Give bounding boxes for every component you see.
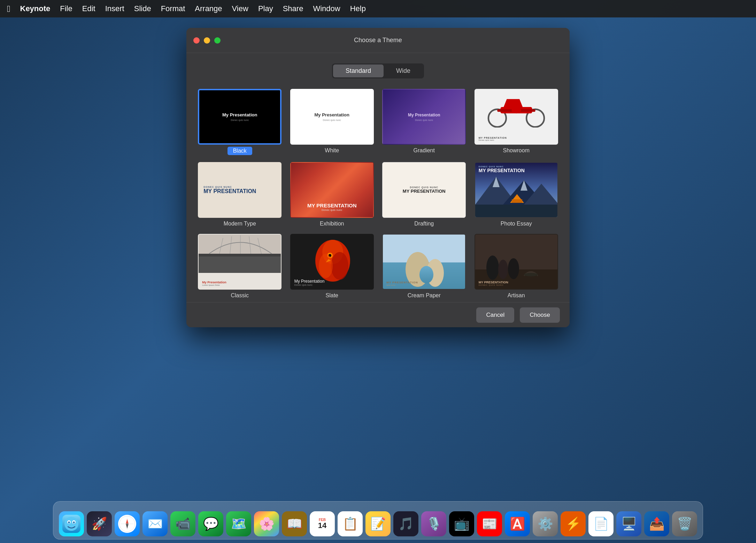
svg-point-30 xyxy=(319,254,333,278)
theme-creampaper-thumb: MY PRESENTATION quis nunc xyxy=(382,234,466,290)
theme-photoessay-label: Photo Essay xyxy=(501,221,532,227)
dock-podcasts[interactable]: 🎙️ xyxy=(421,511,446,536)
menu-format[interactable]: Format xyxy=(161,4,185,13)
theme-slate-label: Slate xyxy=(326,292,338,299)
theme-gradient-thumb: My Presentation Donec quis nunc xyxy=(382,89,466,145)
menu-slide[interactable]: Slide xyxy=(134,4,151,13)
dock-appletv[interactable]: 📺 xyxy=(449,511,474,536)
dialog-title: Choose a Theme xyxy=(354,37,402,44)
theme-moderntype-thumb: DONEC QUIS NUNC MY PRESENTATION xyxy=(198,162,281,218)
dock-reeder[interactable]: ⚡ xyxy=(561,511,586,536)
menubar:  Keynote File Edit Insert Slide Format … xyxy=(0,0,756,17)
svg-point-6 xyxy=(511,107,521,113)
svg-point-39 xyxy=(498,260,508,279)
dock-trash[interactable]: 🗑️ xyxy=(672,511,697,536)
theme-showroom[interactable]: MY PRESENTATION Donec quis nunc Showroom xyxy=(473,89,560,155)
standard-button[interactable]: Standard xyxy=(333,64,384,77)
wide-button[interactable]: Wide xyxy=(384,64,423,77)
dock-appstore[interactable]: 🅰️ xyxy=(505,511,530,536)
menu-share[interactable]: Share xyxy=(283,4,303,13)
theme-creampaper-label: Cream Paper xyxy=(408,292,441,299)
apple-menu[interactable]:  xyxy=(7,3,10,14)
svg-point-47 xyxy=(73,521,75,523)
menu-view[interactable]: View xyxy=(232,4,248,13)
theme-exhibition-label: Exhibition xyxy=(320,221,344,227)
theme-black-thumb: My Presentation Donec quis nunc xyxy=(198,89,281,145)
theme-white-thumb: My Presentation Donec quis nunc xyxy=(290,89,374,145)
theme-black-badge: Black xyxy=(227,147,252,155)
themes-area: My Presentation Donec quis nunc Black My… xyxy=(186,82,570,302)
svg-point-29 xyxy=(331,252,348,280)
theme-artisan-thumb: MY PRESENTATION DONEC QUIS NUNC xyxy=(475,234,558,290)
dock-noteshelf[interactable]: 📖 xyxy=(282,511,307,536)
theme-drafting-thumb: DONEC QUIS NUNC MY PRESENTATION xyxy=(382,162,466,218)
dock-textedit[interactable]: 📄 xyxy=(588,511,614,536)
svg-rect-15 xyxy=(475,205,558,218)
theme-photoessay[interactable]: DONEC QUIS NUNC MY PRESENTATION Photo Es… xyxy=(473,162,560,227)
theme-moderntype[interactable]: DONEC QUIS NUNC MY PRESENTATION Modern T… xyxy=(197,162,283,227)
menu-insert[interactable]: Insert xyxy=(105,4,124,13)
theme-gradient[interactable]: My Presentation Donec quis nunc Gradient xyxy=(381,89,467,155)
theme-gradient-label: Gradient xyxy=(414,147,435,154)
svg-rect-17 xyxy=(199,255,281,273)
dock-news[interactable]: 📰 xyxy=(477,511,502,536)
theme-creampaper[interactable]: MY PRESENTATION quis nunc Cream Paper xyxy=(381,234,467,299)
theme-exhibition[interactable]: MY PRESENTATION Donec quis nunc Exhibiti… xyxy=(289,162,375,227)
menu-window[interactable]: Window xyxy=(313,4,340,13)
dock-launchpad[interactable]: 🚀 xyxy=(87,511,112,536)
dock-keynote[interactable]: 🖥️ xyxy=(616,511,641,536)
dock-stickies[interactable]: 📝 xyxy=(365,511,391,536)
dock: 🚀 ✉️ 📹 💬 🗺️ 🌸 📖 FEB 14 📋 📝 🎵 🎙️ 📺 📰 🅰️ ⚙… xyxy=(53,501,703,540)
menu-help[interactable]: Help xyxy=(350,4,366,13)
menu-edit[interactable]: Edit xyxy=(82,4,95,13)
dock-messages[interactable]: 💬 xyxy=(198,511,223,536)
theme-black[interactable]: My Presentation Donec quis nunc Black xyxy=(197,89,283,155)
choose-theme-dialog: Choose a Theme Standard Wide My Presenta… xyxy=(186,28,570,327)
theme-slate[interactable]: My Presentation Donec quis nunc Slate xyxy=(289,234,375,299)
svg-point-43 xyxy=(64,517,78,531)
svg-point-38 xyxy=(486,255,499,280)
dock-facetime[interactable]: 📹 xyxy=(170,511,195,536)
dock-safari[interactable] xyxy=(115,511,140,536)
theme-artisan[interactable]: MY PRESENTATION DONEC QUIS NUNC Artisan xyxy=(473,234,560,299)
fullscreen-button[interactable] xyxy=(214,37,221,44)
dock-finder[interactable] xyxy=(59,511,84,536)
theme-white-label: White xyxy=(325,147,339,154)
svg-point-40 xyxy=(508,258,519,279)
menu-play[interactable]: Play xyxy=(258,4,273,13)
dock-music[interactable]: 🎵 xyxy=(393,511,418,536)
menu-keynote[interactable]: Keynote xyxy=(20,4,51,13)
close-button[interactable] xyxy=(193,37,200,44)
svg-point-46 xyxy=(68,521,70,523)
dock-reminders[interactable]: 📋 xyxy=(338,511,363,536)
minimize-button[interactable] xyxy=(204,37,210,44)
theme-white[interactable]: My Presentation Donec quis nunc White xyxy=(289,89,375,155)
theme-photoessay-thumb: DONEC QUIS NUNC MY PRESENTATION xyxy=(475,162,558,218)
theme-classic[interactable]: My Presentation Lorem Ipsum Dolor Classi… xyxy=(197,234,283,299)
dock-syspref[interactable]: ⚙️ xyxy=(533,511,558,536)
dock-photos[interactable]: 🌸 xyxy=(254,511,279,536)
svg-marker-4 xyxy=(503,99,523,107)
choose-button[interactable]: Choose xyxy=(520,307,560,323)
traffic-lights xyxy=(193,37,221,44)
safari-icon xyxy=(118,515,136,533)
showroom-image xyxy=(475,90,557,128)
dock-mail[interactable]: ✉️ xyxy=(142,511,168,536)
dock-maps[interactable]: 🗺️ xyxy=(226,511,251,536)
theme-classic-thumb: My Presentation Lorem Ipsum Dolor xyxy=(198,234,281,290)
dock-airdrop[interactable]: 📤 xyxy=(644,511,669,536)
theme-drafting[interactable]: DONEC QUIS NUNC MY PRESENTATION Drafting xyxy=(381,162,467,227)
svg-rect-14 xyxy=(512,199,522,203)
themes-grid: My Presentation Donec quis nunc Black My… xyxy=(197,89,559,299)
menu-arrange[interactable]: Arrange xyxy=(195,4,222,13)
svg-point-35 xyxy=(419,266,433,283)
theme-moderntype-label: Modern Type xyxy=(224,221,256,227)
classic-image xyxy=(199,235,281,273)
menu-file[interactable]: File xyxy=(60,4,72,13)
svg-point-41 xyxy=(524,273,538,276)
theme-classic-label: Classic xyxy=(231,292,249,299)
cancel-button[interactable]: Cancel xyxy=(476,307,514,323)
dialog-footer: Cancel Choose xyxy=(186,302,570,327)
dock-calendar[interactable]: FEB 14 xyxy=(310,511,335,536)
theme-showroom-label: Showroom xyxy=(503,147,530,154)
